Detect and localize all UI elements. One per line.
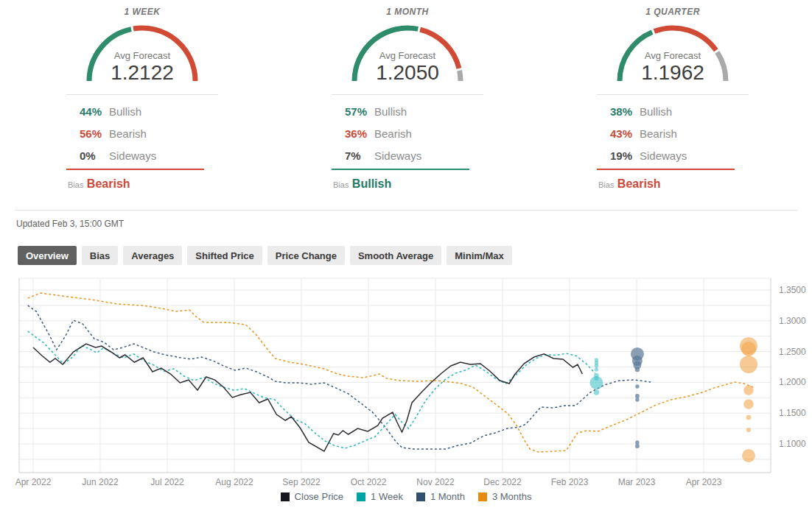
- legend-label: 1 Month: [430, 491, 465, 502]
- close-price-swatch: [281, 492, 290, 501]
- sideways-label: Sideways: [640, 149, 687, 162]
- tab-minim-max[interactable]: Minim/Max: [447, 246, 511, 265]
- 3-months-forecast-bubble: [742, 449, 755, 462]
- bearish-row: 43%Bearish: [610, 127, 677, 142]
- three-months-swatch: [478, 492, 487, 501]
- bias-label: Bias: [333, 180, 349, 189]
- bullish-pct: 38%: [610, 105, 640, 118]
- 3-months-forecast-bubble: [741, 342, 756, 356]
- legend-label: Close Price: [295, 491, 343, 502]
- bias-row: Bias Bullish: [333, 177, 391, 191]
- divider: [66, 94, 218, 95]
- x-axis-label: Nov 2022: [416, 477, 455, 487]
- bearish-label: Bearish: [640, 127, 677, 140]
- 3-months-line: [28, 293, 755, 452]
- 1-week-forecast-bubble: [595, 364, 598, 367]
- avg-forecast-value: 1.2050: [332, 61, 483, 85]
- 1-month-forecast-bubble: [635, 384, 639, 388]
- sideways-label: Sideways: [109, 149, 156, 162]
- legend-item-close-price[interactable]: Close Price: [281, 491, 343, 502]
- y-axis-label: 1.2500: [779, 347, 806, 357]
- 3-months-forecast-bubble: [746, 415, 752, 420]
- bearish-label: Bearish: [109, 127, 147, 140]
- x-axis-label: Aug 2022: [215, 477, 253, 487]
- y-axis-label: 1.3000: [779, 316, 806, 326]
- bullish-pct: 57%: [345, 105, 374, 118]
- avg-forecast-label: Avg Forecast: [332, 50, 483, 61]
- avg-forecast-label: Avg Forecast: [597, 50, 749, 61]
- updated-timestamp: Updated Feb 3, 15:00 GMT: [16, 219, 124, 229]
- forecast-panel-1-week: 1 WEEK Avg Forecast 1.2122 44%Bullish 56…: [66, 0, 218, 199]
- tab-bias[interactable]: Bias: [82, 246, 118, 265]
- y-axis-label: 1.3500: [779, 285, 806, 295]
- 1-month-forecast-bubble: [635, 398, 639, 401]
- 1-week-forecast-bubble: [589, 376, 603, 389]
- tab-price-change[interactable]: Price Change: [267, 246, 345, 265]
- sideways-pct: 0%: [80, 149, 109, 162]
- legend-label: 1 Week: [371, 491, 403, 502]
- 1-week-forecast-bubble: [595, 367, 598, 371]
- 1-week-forecast-bubble: [594, 389, 599, 395]
- sideways-row: 7%Sideways: [345, 149, 421, 164]
- legend-label: 3 Months: [492, 491, 531, 502]
- y-axis-label: 1.1500: [779, 408, 806, 418]
- bias-label: Bias: [598, 180, 614, 189]
- 1-month-forecast-bubble: [635, 367, 640, 373]
- tab-averages[interactable]: Averages: [123, 246, 182, 265]
- 1-month-forecast-bubble: [635, 440, 639, 444]
- 1-month-forecast-bubble: [635, 444, 640, 448]
- 3-months-forecast-bubble: [743, 399, 753, 409]
- sideways-row: 0%Sideways: [80, 149, 156, 164]
- tab-smooth-average[interactable]: Smooth Average: [350, 246, 441, 265]
- bearish-pct: 56%: [80, 127, 109, 140]
- legend-item-1-month[interactable]: 1 Month: [416, 491, 465, 502]
- bias-value: Bearish: [87, 177, 130, 190]
- bearish-pct: 36%: [345, 127, 374, 140]
- 3-months-forecast-bubble: [743, 385, 753, 395]
- bias-value: Bullish: [352, 177, 391, 190]
- legend-item-3-months[interactable]: 3 Months: [478, 491, 531, 502]
- divider: [15, 210, 797, 211]
- chart-legend: Close Price 1 Week 1 Month 3 Months: [0, 491, 812, 502]
- one-month-swatch: [416, 492, 425, 501]
- sideways-pct: 7%: [345, 149, 374, 162]
- bullish-row: 44%Bullish: [80, 105, 141, 120]
- x-axis-label: Apr 2022: [15, 477, 52, 487]
- 1-month-line: [28, 306, 651, 449]
- bearish-label: Bearish: [374, 127, 412, 140]
- bias-underline: [597, 169, 735, 170]
- bearish-pct: 43%: [610, 127, 640, 140]
- panel-title: 1 WEEK: [66, 7, 218, 17]
- panel-title: 1 QUARTER: [597, 7, 749, 17]
- y-axis-label: 1.2000: [779, 377, 806, 387]
- x-axis-label: Dec 2022: [483, 477, 522, 487]
- forecast-panel-1-quarter: 1 QUARTER Avg Forecast 1.1962 38%Bullish…: [597, 0, 749, 199]
- tab-overview[interactable]: Overview: [18, 246, 77, 265]
- bias-row: Bias Bearish: [68, 177, 130, 191]
- bias-underline: [332, 169, 469, 170]
- 3-months-forecast-bubble: [746, 428, 751, 432]
- legend-item-1-week[interactable]: 1 Week: [357, 491, 403, 502]
- y-axis-label: 1.1000: [779, 439, 806, 449]
- divider: [597, 94, 749, 95]
- 1-month-forecast-bubble: [635, 394, 640, 398]
- panel-title: 1 MONTH: [332, 7, 483, 17]
- x-axis-label: Oct 2022: [351, 477, 387, 487]
- x-axis-label: Feb 2023: [551, 477, 589, 487]
- bullish-label: Bullish: [640, 105, 672, 118]
- sideways-label: Sideways: [374, 149, 421, 162]
- chart-tabbar: Overview Bias Averages Shifted Price Pri…: [18, 246, 512, 265]
- one-week-swatch: [357, 492, 365, 501]
- avg-forecast-label: Avg Forecast: [66, 50, 218, 61]
- forecast-chart: Apr 2022Jun 2022Jul 2022Aug 2022Sep 2022…: [0, 274, 812, 493]
- bearish-row: 36%Bearish: [345, 127, 412, 142]
- bias-underline: [66, 169, 204, 170]
- bias-value: Bearish: [617, 177, 661, 190]
- avg-forecast-value: 1.1962: [597, 61, 749, 85]
- 3-months-forecast-bubble: [740, 356, 757, 373]
- avg-forecast-value: 1.2122: [66, 61, 218, 85]
- tab-shifted-price[interactable]: Shifted Price: [187, 246, 262, 265]
- x-axis-label: Jun 2022: [82, 477, 119, 487]
- divider: [332, 94, 483, 95]
- bias-row: Bias Bearish: [598, 177, 661, 191]
